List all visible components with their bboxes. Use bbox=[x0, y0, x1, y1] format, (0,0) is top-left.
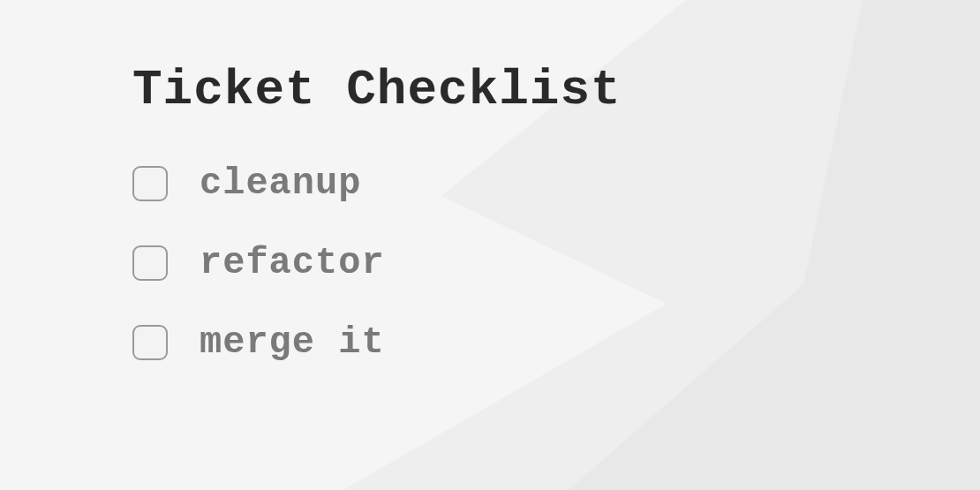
checklist-panel: Ticket Checklist cleanup refactor merge … bbox=[0, 0, 980, 364]
checklist-item: merge it bbox=[132, 321, 980, 364]
checkbox-cleanup[interactable] bbox=[132, 166, 168, 201]
checklist-item-label: refactor bbox=[200, 242, 385, 284]
checklist: cleanup refactor merge it bbox=[132, 162, 980, 364]
checkbox-refactor[interactable] bbox=[132, 245, 168, 281]
checklist-item: refactor bbox=[132, 242, 980, 284]
checkbox-merge-it[interactable] bbox=[132, 325, 168, 360]
page-title: Ticket Checklist bbox=[132, 62, 980, 118]
checklist-item: cleanup bbox=[132, 162, 980, 205]
checklist-item-label: merge it bbox=[200, 321, 385, 364]
checklist-item-label: cleanup bbox=[200, 162, 361, 205]
